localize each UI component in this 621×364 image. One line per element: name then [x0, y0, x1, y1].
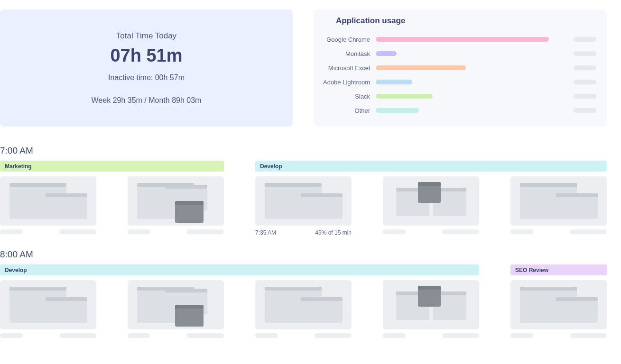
usage-bar: [376, 94, 549, 99]
usage-bar-fill: [376, 108, 419, 113]
tag-row: DevelopSEO Review: [0, 264, 621, 275]
usage-bar-fill: [376, 80, 412, 84]
screenshot-thumbnail[interactable]: [510, 176, 607, 226]
screenshot-item[interactable]: [510, 280, 607, 338]
usage-value-stub: [574, 94, 596, 99]
project-tag[interactable]: SEO Review: [510, 264, 607, 275]
meta-stub: [383, 229, 406, 234]
screenshot-thumbnail[interactable]: [383, 176, 479, 226]
usage-bar-fill: [376, 51, 397, 56]
meta-stub: [570, 229, 607, 234]
screenshot-meta: [510, 229, 607, 234]
total-time-value: 07h 51m: [110, 46, 182, 66]
period-summary: Week 29h 35m / Month 89h 03m: [92, 96, 202, 105]
screenshot-thumbnail[interactable]: [255, 176, 352, 226]
usage-row: Adobe Lightroom: [314, 75, 596, 89]
screenshot-item[interactable]: 7:35 AM 45% of 15 min: [255, 176, 352, 236]
screenshot-meta: [383, 333, 479, 338]
project-tag[interactable]: Develop: [255, 161, 607, 172]
meta-stub: [255, 333, 278, 338]
project-tag[interactable]: Develop: [0, 264, 479, 275]
screenshot-thumbnail[interactable]: [0, 280, 96, 329]
usage-value-stub: [574, 51, 596, 56]
screenshot-item[interactable]: [510, 176, 607, 236]
meta-stub: [442, 229, 479, 234]
meta-stub: [510, 333, 533, 338]
total-time-label: Total Time Today: [116, 31, 176, 41]
meta-stub: [59, 333, 96, 338]
time-label: 7:00 AM: [0, 146, 621, 156]
app-usage-card: Application usage Google Chrome Monitask…: [314, 9, 607, 127]
screenshot-meta: [128, 229, 224, 234]
screenshot-meta: [0, 229, 96, 234]
usage-bar: [376, 108, 549, 113]
screenshot-meta: [0, 333, 96, 338]
timeline-block: 7:00 AMMarketingDevelop 7:35 AM 45% of 1…: [0, 146, 621, 236]
screenshot-time: 7:35 AM: [255, 229, 276, 236]
meta-stub: [383, 333, 406, 338]
project-tag[interactable]: Marketing: [0, 161, 224, 172]
meta-stub: [570, 333, 607, 338]
screenshot-item[interactable]: [0, 280, 96, 338]
usage-bar: [376, 80, 549, 84]
usage-bar-fill: [376, 37, 549, 42]
usage-bar: [376, 51, 549, 56]
screenshot-thumbnail[interactable]: [255, 280, 352, 329]
usage-bar: [376, 65, 549, 70]
meta-stub: [128, 229, 150, 234]
screenshot-item[interactable]: [128, 280, 224, 338]
timeline-block: 8:00 AMDevelopSEO Review: [0, 249, 621, 338]
usage-bar-fill: [376, 94, 433, 99]
usage-bar-fill: [376, 65, 466, 70]
meta-stub: [510, 229, 533, 234]
tag-row: MarketingDevelop: [0, 161, 621, 172]
screenshot-thumbnail[interactable]: [128, 280, 224, 329]
screenshot-meta: [255, 333, 352, 338]
screenshot-thumbnail[interactable]: [0, 176, 96, 226]
screenshot-thumbnail[interactable]: [510, 280, 607, 329]
usage-app-name: Adobe Lightroom: [314, 79, 376, 86]
usage-value-stub: [574, 80, 596, 84]
usage-row: Google Chrome: [314, 32, 596, 46]
app-usage-title: Application usage: [336, 16, 596, 26]
screenshot-item[interactable]: [128, 176, 224, 236]
meta-stub: [59, 229, 96, 234]
meta-stub: [187, 333, 224, 338]
usage-row: Slack: [314, 89, 596, 103]
meta-stub: [315, 333, 352, 338]
meta-stub: [442, 333, 479, 338]
usage-row: Monitask: [314, 46, 596, 61]
screenshot-item[interactable]: [0, 176, 96, 236]
total-time-card: Total Time Today 07h 51m Inactive time: …: [0, 9, 293, 127]
usage-bar: [376, 37, 549, 42]
usage-app-name: Microsoft Excel: [314, 64, 376, 72]
usage-app-name: Monitask: [314, 50, 376, 57]
screenshot-meta: [510, 333, 607, 338]
usage-row: Other: [314, 103, 596, 118]
time-label: 8:00 AM: [0, 249, 621, 260]
meta-stub: [187, 229, 224, 234]
usage-row: Microsoft Excel: [314, 61, 596, 75]
screenshot-meta: [383, 229, 479, 234]
usage-value-stub: [574, 65, 596, 70]
meta-stub: [128, 333, 150, 338]
meta-stub: [0, 333, 23, 338]
usage-value-stub: [574, 108, 596, 113]
screenshot-row: [0, 280, 621, 338]
screenshot-meta: [128, 333, 224, 338]
usage-value-stub: [574, 37, 596, 42]
screenshot-activity: 45% of 15 min: [315, 229, 352, 236]
screenshot-thumbnail[interactable]: [128, 176, 224, 226]
screenshot-row: 7:35 AM 45% of 15 min: [0, 176, 621, 236]
screenshot-item[interactable]: [383, 280, 479, 338]
screenshot-thumbnail[interactable]: [383, 280, 479, 329]
usage-app-name: Slack: [314, 93, 376, 100]
screenshot-meta: 7:35 AM 45% of 15 min: [255, 229, 352, 236]
usage-app-name: Google Chrome: [314, 36, 376, 43]
screenshot-item[interactable]: [383, 176, 479, 236]
usage-app-name: Other: [314, 107, 376, 114]
screenshot-item[interactable]: [255, 280, 352, 338]
inactive-time: Inactive time: 00h 57m: [108, 73, 185, 82]
meta-stub: [0, 229, 23, 234]
